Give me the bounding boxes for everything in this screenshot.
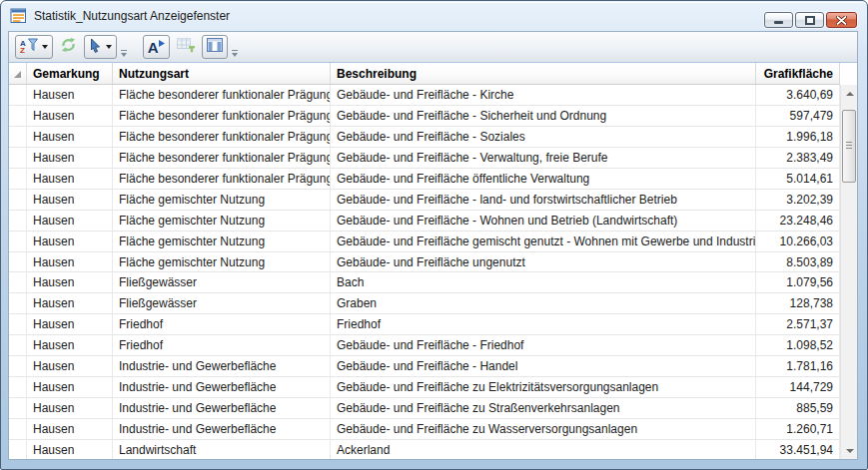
window-controls <box>764 12 857 28</box>
scrollbar-thumb[interactable] <box>842 110 856 183</box>
cell-gemarkung: Hausen <box>27 440 113 459</box>
select-tool-button[interactable] <box>84 35 117 59</box>
scroll-down-button[interactable] <box>841 442 857 459</box>
table-columns-icon <box>207 38 223 56</box>
cell-beschreibung: Gebäude- und Freifläche - Handel <box>331 356 756 376</box>
cell-gemarkung: Hausen <box>27 169 113 189</box>
row-selector-cell[interactable] <box>9 148 27 168</box>
minimize-button[interactable] <box>764 12 793 28</box>
close-button[interactable] <box>826 12 857 28</box>
row-selector-cell[interactable] <box>9 293 27 313</box>
table-row[interactable]: Hausen Fläche gemischter Nutzung Gebäude… <box>9 232 840 252</box>
table-row[interactable]: Hausen Fließgewässer Graben 128,738 <box>9 293 840 314</box>
row-selector-cell[interactable] <box>9 211 27 231</box>
column-header-grafikflaeche[interactable]: Grafikfläche <box>756 63 840 84</box>
row-selector-cell[interactable] <box>9 232 27 251</box>
column-settings-button[interactable] <box>202 35 228 59</box>
funnel-icon <box>28 38 38 56</box>
filter-sort-button[interactable]: A Z <box>15 35 53 59</box>
select-all-header-cell[interactable] <box>9 63 27 84</box>
column-header-nutzungsart[interactable]: Nutzungsart <box>113 63 331 84</box>
cell-gemarkung: Hausen <box>27 211 113 231</box>
cell-beschreibung: Bach <box>331 272 756 292</box>
font-button[interactable]: A <box>143 35 170 59</box>
row-selector-cell[interactable] <box>9 398 27 418</box>
cell-nutzungsart: Fläche gemischter Nutzung <box>113 232 331 251</box>
row-selector-cell[interactable] <box>9 335 27 355</box>
toolbar-overflow-grip[interactable] <box>231 35 239 59</box>
row-selector-cell[interactable] <box>9 272 27 292</box>
cell-beschreibung: Gebäude- und Freifläche gemischt genutzt… <box>331 232 756 251</box>
refresh-icon <box>60 37 77 57</box>
cell-beschreibung: Gebäude- und Freifläche zu Straßenverkeh… <box>331 398 756 418</box>
table-row[interactable]: Hausen Industrie- und Gewerbefläche Gebä… <box>9 419 840 440</box>
close-icon <box>836 11 847 29</box>
cell-gemarkung: Hausen <box>27 335 113 355</box>
row-selector-cell[interactable] <box>9 252 27 272</box>
cell-nutzungsart: Friedhof <box>113 314 331 334</box>
row-selector-cell[interactable] <box>9 106 27 126</box>
cell-nutzungsart: Fläche gemischter Nutzung <box>113 252 331 272</box>
toolbar-separator <box>130 35 142 59</box>
cell-beschreibung: Gebäude- und Freifläche - Kirche <box>331 85 756 105</box>
row-selector-cell[interactable] <box>9 169 27 189</box>
cell-beschreibung: Gebäude- und Freifläche - Sicherheit und… <box>331 106 756 126</box>
font-flag-icon <box>159 33 165 51</box>
cell-nutzungsart: Industrie- und Gewerbefläche <box>113 356 331 376</box>
cell-beschreibung: Friedhof <box>331 314 756 334</box>
cell-beschreibung: Gebäude- und Freifläche öffentliche Verw… <box>331 169 756 189</box>
cell-grafikflaeche: 8.503,89 <box>756 252 840 272</box>
scroll-up-button[interactable] <box>841 85 857 102</box>
toolbar-overflow-grip[interactable] <box>120 35 128 59</box>
table-row[interactable]: Hausen Friedhof Friedhof 2.571,37 <box>9 314 840 335</box>
data-grid: Gemarkung Nutzungsart Beschreibung Grafi… <box>9 63 857 459</box>
row-selector-cell[interactable] <box>9 440 27 459</box>
cell-gemarkung: Hausen <box>27 293 113 313</box>
table-row[interactable]: Hausen Fläche gemischter Nutzung Gebäude… <box>9 190 840 211</box>
row-selector-cell[interactable] <box>9 190 27 210</box>
cell-beschreibung: Gebäude- und Freifläche - Wohnen und Bet… <box>331 211 756 231</box>
cell-nutzungsart: Fläche besonderer funktionaler Prägung <box>113 169 331 189</box>
row-selector-cell[interactable] <box>9 127 27 147</box>
table-row[interactable]: Hausen Fläche gemischter Nutzung Gebäude… <box>9 211 840 232</box>
cell-grafikflaeche: 1.996,18 <box>756 127 840 147</box>
cell-beschreibung: Gebäude- und Freifläche zu Elektrizitäts… <box>331 377 756 397</box>
cell-nutzungsart: Industrie- und Gewerbefläche <box>113 419 331 439</box>
vertical-scrollbar[interactable] <box>840 85 857 459</box>
table-row[interactable]: Hausen Fläche besonderer funktionaler Pr… <box>9 127 840 148</box>
table-row[interactable]: Hausen Industrie- und Gewerbefläche Gebä… <box>9 377 840 398</box>
maximize-button[interactable] <box>795 12 824 28</box>
column-header-gemarkung[interactable]: Gemarkung <box>27 63 113 84</box>
row-selector-cell[interactable] <box>9 356 27 376</box>
table-row[interactable]: Hausen Fläche besonderer funktionaler Pr… <box>9 169 840 190</box>
refresh-button[interactable] <box>55 35 82 59</box>
add-table-button[interactable] <box>172 35 200 59</box>
toolbar: A Z <box>9 32 857 63</box>
cell-gemarkung: Hausen <box>27 232 113 251</box>
table-row[interactable]: Hausen Fläche besonderer funktionaler Pr… <box>9 106 840 127</box>
cell-nutzungsart: Fläche besonderer funktionaler Prägung <box>113 127 331 147</box>
cell-grafikflaeche: 1.781,16 <box>756 356 840 376</box>
row-selector-cell[interactable] <box>9 85 27 105</box>
table-row[interactable]: Hausen Fließgewässer Bach 1.079,56 <box>9 272 840 293</box>
cell-gemarkung: Hausen <box>27 106 113 126</box>
cell-nutzungsart: Fließgewässer <box>113 272 331 292</box>
row-selector-cell[interactable] <box>9 377 27 397</box>
table-row[interactable]: Hausen Industrie- und Gewerbefläche Gebä… <box>9 356 840 377</box>
content-area: A Z <box>8 31 858 460</box>
table-row[interactable]: Hausen Friedhof Gebäude- und Freifläche … <box>9 335 840 356</box>
cell-nutzungsart: Industrie- und Gewerbefläche <box>113 398 331 418</box>
az-letters: A Z <box>20 40 26 54</box>
cell-nutzungsart: Fließgewässer <box>113 293 331 313</box>
cell-gemarkung: Hausen <box>27 127 113 147</box>
row-selector-cell[interactable] <box>9 314 27 334</box>
column-header-beschreibung[interactable]: Beschreibung <box>331 63 756 84</box>
cell-nutzungsart: Fläche besonderer funktionaler Prägung <box>113 85 331 105</box>
table-row[interactable]: Hausen Fläche besonderer funktionaler Pr… <box>9 85 840 106</box>
titlebar[interactable]: Statistik_Nutzungsart Anzeigefenster <box>1 1 867 31</box>
table-row[interactable]: Hausen Fläche besonderer funktionaler Pr… <box>9 148 840 169</box>
table-row[interactable]: Hausen Landwirtschaft Ackerland 33.451,9… <box>9 440 840 459</box>
table-row[interactable]: Hausen Fläche gemischter Nutzung Gebäude… <box>9 252 840 273</box>
row-selector-cell[interactable] <box>9 419 27 439</box>
table-row[interactable]: Hausen Industrie- und Gewerbefläche Gebä… <box>9 398 840 419</box>
